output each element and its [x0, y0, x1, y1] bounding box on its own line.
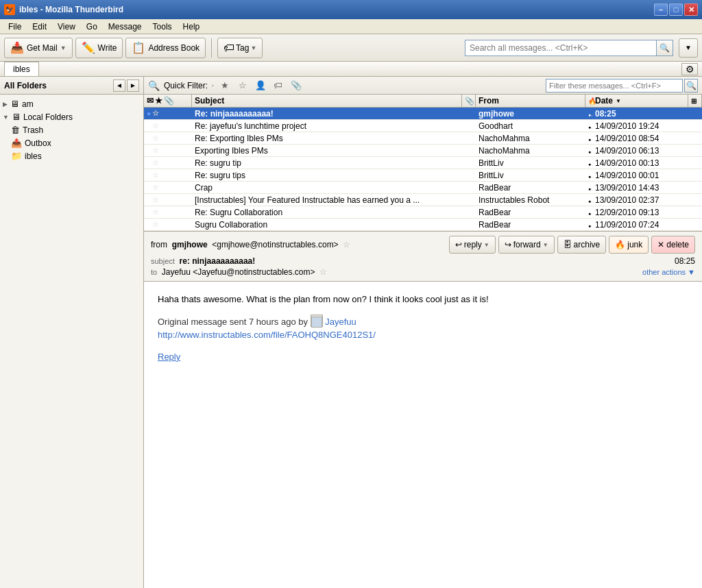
col-header-subject[interactable]: Subject [192, 95, 462, 107]
other-actions-button[interactable]: other actions ▼ [642, 268, 695, 276]
tag-button[interactable]: 🏷 Tag ▼ [217, 38, 263, 58]
menu-file[interactable]: File [3, 21, 27, 33]
unread-col-icon: ✉ [147, 96, 154, 106]
email-row[interactable]: ● ☆ Re: Sugru Collaboration RadBear ● 12… [144, 206, 702, 219]
search-options-button[interactable]: ▼ [679, 38, 698, 58]
email-list: ✉ ★ 📎 Subject 📎 From 🔥 Date [144, 95, 702, 232]
archive-button[interactable]: 🗄 archive [557, 236, 607, 254]
address-book-button[interactable]: 📋 Address Book [125, 38, 206, 58]
star-button[interactable]: ☆ [152, 171, 159, 180]
filter-attachment-button[interactable]: 📎 [289, 79, 303, 93]
star-button[interactable]: ☆ [152, 208, 159, 217]
folder-settings-button[interactable]: ⚙ [681, 63, 698, 75]
email-row[interactable]: ● ☆ Re: sugru tip BrittLiv ● 14/09/2010 … [144, 157, 702, 169]
attach-col-icon: 📎 [164, 96, 174, 106]
email-from-cell: RadBear [476, 207, 585, 218]
filter-unread-button[interactable]: ★ [218, 79, 232, 93]
menu-edit[interactable]: Edit [27, 21, 52, 33]
email-from-cell: BrittLiv [476, 170, 585, 181]
quick-filter-label: Quick Filter: [164, 81, 208, 90]
search-button[interactable]: 🔍 [657, 40, 673, 56]
email-date-cell: 11/09/2010 07:24 [592, 219, 688, 230]
folder-item-am[interactable]: ▶ 🖥 am [0, 97, 143, 110]
sidebar-nav: ◄ ► [113, 79, 139, 92]
to-star-button[interactable]: ☆ [319, 267, 327, 277]
star-button[interactable]: ☆ [152, 134, 159, 143]
email-row[interactable]: ● ☆ Sugru Collaboration RadBear ● 11/09/… [144, 219, 702, 231]
search-input[interactable] [465, 40, 657, 56]
filter-input[interactable] [546, 79, 683, 93]
message-to: Jayefuu <Jayefuu@notinstructables.com> [162, 267, 315, 277]
message-link[interactable]: http://www.instructables.com/file/FAOHQ8… [158, 330, 376, 340]
star-button[interactable]: ☆ [152, 220, 159, 229]
email-subject-cell: Re: Sugru Collaboration [192, 207, 462, 218]
email-subject-cell: [Instructables] Your Featured Instructab… [192, 195, 462, 206]
email-from-cell: gmjhowe [476, 108, 585, 119]
filter-bar: 🔍 Quick Filter: • ★ ☆ 👤 🏷 📎 🔍 [144, 77, 702, 95]
sender-link[interactable]: Jayefuu [325, 317, 356, 327]
sidebar-prev-button[interactable]: ◄ [113, 79, 125, 92]
folder-tree: ▶ 🖥 am ▼ 🖥 Local Folders 🗑 Trash 📤 Outbo… [0, 95, 143, 165]
delete-button[interactable]: ✕ delete [651, 236, 695, 254]
junk-button[interactable]: 🔥 junk [609, 236, 649, 254]
filter-tag-button[interactable]: 🏷 [271, 79, 285, 93]
reply-button[interactable]: ↩ reply ▼ [449, 236, 496, 254]
star-button[interactable]: ☆ [152, 109, 159, 118]
menu-message[interactable]: Message [103, 21, 147, 33]
folder-item-ibles[interactable]: 📁 ibles [0, 149, 143, 162]
filter-bar-icon: 🔍 [148, 80, 160, 91]
star-button[interactable]: ☆ [152, 183, 159, 192]
col-header-attach2[interactable]: 📎 [462, 95, 476, 107]
star-button[interactable]: ☆ [152, 121, 159, 130]
filter-contact-button[interactable]: 👤 [254, 79, 267, 93]
sidebar: All Folders ◄ ► ▶ 🖥 am ▼ 🖥 Local Folders… [0, 77, 144, 588]
col-header-date[interactable]: Date ▼ [592, 95, 688, 107]
email-row[interactable]: ● ☆ Exporting Ibles PMs NachoMahma ● 14/… [144, 145, 702, 157]
menu-go[interactable]: Go [81, 21, 103, 33]
email-from-cell: RadBear [476, 182, 585, 193]
reply-link[interactable]: Reply [158, 352, 180, 362]
menu-tools[interactable]: Tools [147, 21, 178, 33]
email-row[interactable]: ● ☆ Crap RadBear ● 13/09/2010 14:43 [144, 182, 702, 194]
minimize-button[interactable]: – [654, 3, 668, 16]
email-date-cell: 14/09/2010 08:54 [592, 133, 688, 144]
write-button[interactable]: ✏️ Write [75, 38, 123, 58]
expand-arrow-am: ▶ [3, 101, 8, 108]
email-subject-cell: Exporting Ibles PMs [192, 145, 462, 156]
star-button[interactable]: ☆ [152, 158, 159, 167]
reply-arrow: ▼ [484, 242, 489, 248]
email-subject-cell: Re: sugru tip [192, 158, 462, 169]
email-list-header: ✉ ★ 📎 Subject 📎 From 🔥 Date [144, 95, 702, 108]
email-row[interactable]: ● ☆ Re: Exporting Ibles PMs NachoMahma ●… [144, 132, 702, 145]
email-date-cell: 14/09/2010 00:13 [592, 158, 688, 169]
col-header-priority[interactable]: 🔥 [585, 95, 592, 107]
email-date-cell: 14/09/2010 00:01 [592, 170, 688, 181]
col-header-from[interactable]: From [476, 95, 585, 107]
menu-view[interactable]: View [52, 21, 81, 33]
folder-item-outbox[interactable]: 📤 Outbox [0, 136, 143, 149]
email-row[interactable]: ● ☆ Re: jayefuu's lunchtime project Good… [144, 120, 702, 132]
folder-item-trash[interactable]: 🗑 Trash [0, 123, 143, 136]
forward-button[interactable]: ↪ forward ▼ [498, 236, 555, 254]
filter-starred-button[interactable]: ☆ [236, 79, 250, 93]
close-button[interactable]: ✕ [684, 3, 698, 16]
col-header-icons[interactable]: ✉ ★ 📎 [144, 95, 192, 107]
get-mail-button[interactable]: 📥 Get Mail ▼ [4, 38, 73, 58]
folder-item-local[interactable]: ▼ 🖥 Local Folders [0, 110, 143, 123]
email-row[interactable]: ● ☆ Re: ninjaaaaaaaaaa! gmjhowe ● 08:25 [144, 108, 702, 120]
folder-tab-ibles[interactable]: ibles [4, 62, 39, 76]
email-from-cell: NachoMahma [476, 133, 585, 144]
menu-help[interactable]: Help [178, 21, 206, 33]
from-star-button[interactable]: ☆ [343, 240, 350, 249]
col-header-extra[interactable]: ⊞ [688, 95, 702, 107]
email-row[interactable]: ● ☆ Re: sugru tips BrittLiv ● 14/09/2010… [144, 169, 702, 182]
email-row[interactable]: ● ☆ [Instructables] Your Featured Instru… [144, 194, 702, 206]
maximize-button[interactable]: □ [669, 3, 683, 16]
toolbar: 📥 Get Mail ▼ ✏️ Write 📋 Address Book 🏷 T… [0, 34, 702, 62]
filter-search-button[interactable]: 🔍 [684, 79, 698, 93]
email-priority-cell: ● [585, 108, 592, 119]
sidebar-next-button[interactable]: ► [127, 79, 139, 92]
account-icon-local: 🖥 [12, 112, 21, 122]
star-button[interactable]: ☆ [152, 195, 159, 204]
star-button[interactable]: ☆ [152, 146, 159, 155]
